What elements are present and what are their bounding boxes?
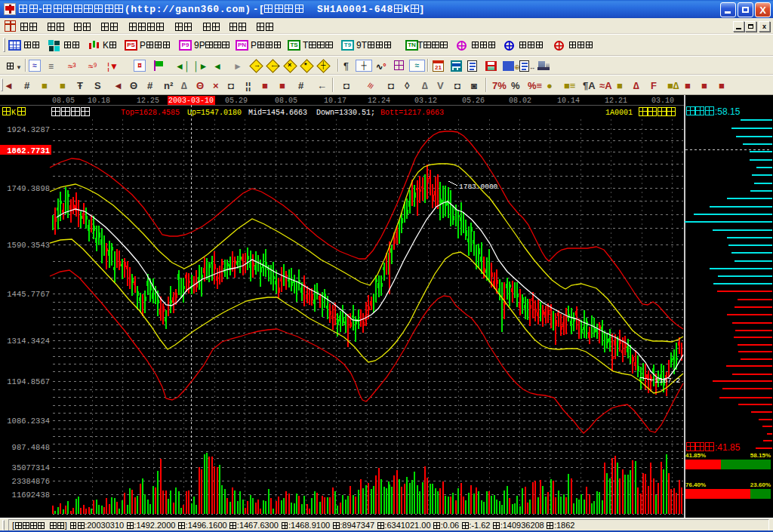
svg-text:76.40%: 76.40% (685, 481, 706, 488)
svg-text:10.17: 10.17 (324, 97, 346, 105)
svg-text:05.26: 05.26 (462, 97, 485, 105)
svg-text:Down=1330.51;: Down=1330.51; (316, 109, 375, 117)
svg-text:1194.8567: 1194.8567 (7, 377, 50, 386)
svg-text:10.14: 10.14 (557, 97, 580, 105)
svg-text:58.15%: 58.15% (750, 452, 771, 459)
svg-text:1187.2: 1187.2 (654, 377, 681, 385)
svg-text:10.18: 10.18 (88, 97, 110, 105)
svg-text:03.12: 03.12 (414, 97, 437, 105)
svg-text:K: K (11, 109, 16, 117)
svg-text:1086.2334: 1086.2334 (7, 417, 50, 426)
svg-text:1A0001: 1A0001 (605, 109, 633, 117)
svg-text:Mid=1454.6663: Mid=1454.6663 (248, 109, 307, 117)
svg-text:Up=1547.0180: Up=1547.0180 (187, 109, 242, 117)
svg-text:23384876: 23384876 (12, 477, 50, 486)
svg-text:1590.3543: 1590.3543 (7, 241, 50, 250)
svg-text:11692438: 11692438 (12, 490, 50, 500)
svg-text:1862.7731: 1862.7731 (7, 146, 50, 155)
svg-text::58.15: :58.15 (715, 106, 741, 117)
svg-text:12.25: 12.25 (137, 97, 159, 105)
svg-text:12.21: 12.21 (605, 97, 627, 105)
svg-text:1445.7767: 1445.7767 (7, 290, 50, 299)
svg-text:1924.3287: 1924.3287 (7, 125, 50, 134)
svg-text:05.29: 05.29 (225, 97, 248, 105)
svg-text:1783.0000: 1783.0000 (459, 183, 498, 191)
svg-text:12.24: 12.24 (368, 97, 390, 105)
svg-text:03.10: 03.10 (651, 97, 674, 105)
svg-text:1749.3898: 1749.3898 (7, 184, 50, 193)
svg-text:08.05: 08.05 (275, 97, 297, 105)
svg-text:41.85%: 41.85% (685, 452, 706, 459)
svg-text:35077314: 35077314 (12, 463, 50, 472)
svg-text:23.60%: 23.60% (750, 481, 771, 488)
svg-text:Bott=1217.9663: Bott=1217.9663 (380, 109, 444, 117)
svg-text:08.05: 08.05 (52, 97, 75, 105)
svg-text:08.02: 08.02 (509, 97, 531, 105)
svg-text:1314.3424: 1314.3424 (7, 337, 50, 346)
svg-text:2003-03-10: 2003-03-10 (168, 97, 214, 105)
svg-text:Top=1628.4585: Top=1628.4585 (121, 109, 180, 117)
svg-text::41.85: :41.85 (715, 442, 741, 453)
svg-text:987.4848: 987.4848 (12, 443, 50, 452)
